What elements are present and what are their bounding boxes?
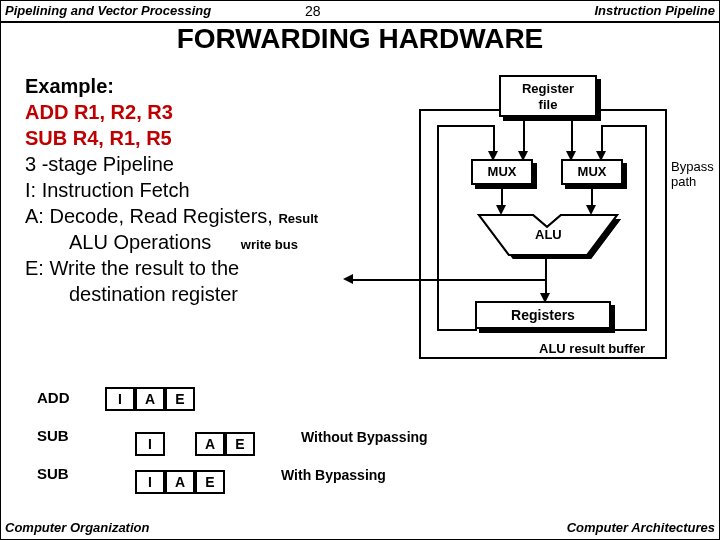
note-with: With Bypassing [281, 467, 386, 483]
row3-label: SUB [37, 465, 69, 482]
writebus-label: write bus [241, 237, 298, 252]
registers-box: Registers [475, 301, 611, 329]
row2-label: SUB [37, 427, 69, 444]
result-label: Result [278, 211, 318, 226]
example-e1: E: Write the result to the [25, 255, 318, 281]
register-file-box: Register file [499, 75, 597, 117]
cell-e: E [165, 387, 195, 411]
datapath-diagram: Register file MUX MUX [419, 69, 711, 369]
example-a2: ALU Operations write bus [25, 229, 318, 255]
header-right: Instruction Pipeline [594, 3, 715, 18]
example-stage: 3 -stage Pipeline [25, 151, 318, 177]
alu-label: ALU [535, 227, 562, 242]
footer-right: Computer Architectures [567, 520, 715, 535]
note-without: Without Bypassing [301, 429, 428, 445]
cell-e: E [225, 432, 255, 456]
cell-e: E [195, 470, 225, 494]
example-block: Example: ADD R1, R2, R3 SUB R4, R1, R5 3… [25, 73, 318, 307]
cell-i: I [105, 387, 135, 411]
alu-buffer-label: ALU result buffer [539, 341, 645, 356]
cell-a: A [195, 432, 225, 456]
mux-right: MUX [561, 159, 623, 185]
footer-left: Computer Organization [5, 520, 149, 535]
cell-a: A [165, 470, 195, 494]
example-i: I: Instruction Fetch [25, 177, 318, 203]
page-number: 28 [305, 3, 321, 19]
cell-i: I [135, 432, 165, 456]
example-sub: SUB R4, R1, R5 [25, 125, 318, 151]
mux-left: MUX [471, 159, 533, 185]
row1-label: ADD [37, 389, 70, 406]
row3-cells: IAE [105, 463, 225, 494]
example-add: ADD R1, R2, R3 [25, 99, 318, 125]
example-e2: destination register [25, 281, 318, 307]
row2-cells: IAE [105, 425, 255, 456]
example-a1: A: Decode, Read Registers, Result [25, 203, 318, 229]
cell-i: I [135, 470, 165, 494]
example-label: Example: [25, 75, 114, 97]
header-left: Pipelining and Vector Processing [5, 3, 211, 18]
row1-cells: IAE [105, 387, 195, 411]
page-title: FORWARDING HARDWARE [1, 23, 719, 55]
bypass-label: Bypass path [671, 159, 714, 189]
cell-a: A [135, 387, 165, 411]
